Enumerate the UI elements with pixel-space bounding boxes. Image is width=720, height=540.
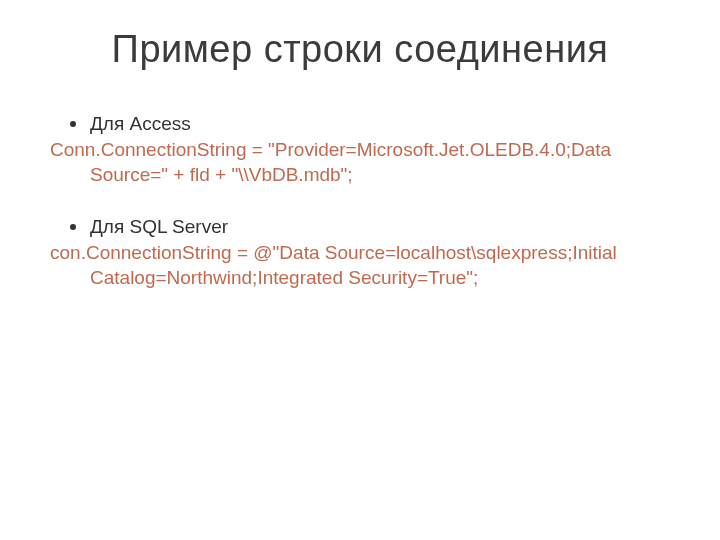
bullet-item: Для SQL Server bbox=[70, 214, 670, 240]
code-block-access: Conn.ConnectionString = "Provider=Micros… bbox=[50, 137, 670, 188]
code-block-sqlserver: con.ConnectionString = @"Data Source=loc… bbox=[50, 240, 670, 291]
bullet-label: Для Access bbox=[90, 111, 670, 137]
slide-container: Пример строки соединения Для Access Conn… bbox=[0, 0, 720, 540]
slide-title: Пример строки соединения bbox=[50, 28, 670, 71]
bullet-icon bbox=[70, 121, 76, 127]
bullet-label: Для SQL Server bbox=[90, 214, 670, 240]
bullet-item: Для Access bbox=[70, 111, 670, 137]
bullet-icon bbox=[70, 224, 76, 230]
slide-content: Для Access Conn.ConnectionString = "Prov… bbox=[50, 111, 670, 291]
